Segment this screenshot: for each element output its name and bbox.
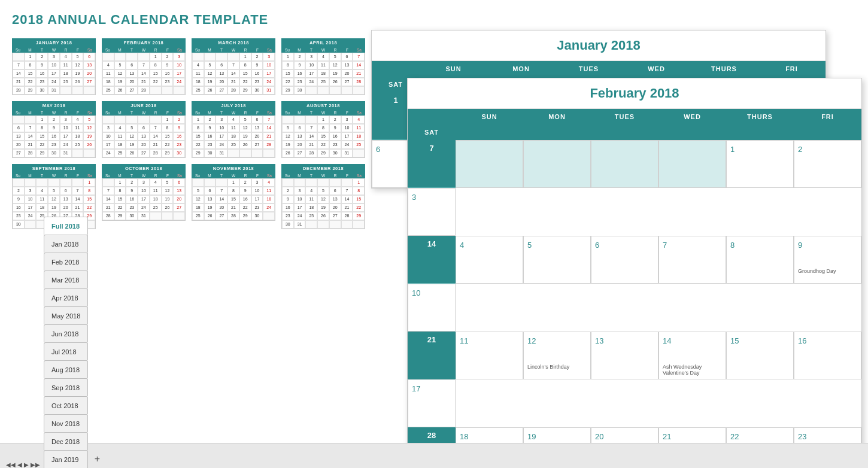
mini-cal-cell — [305, 86, 317, 95]
mini-cal-cell: 3 — [305, 53, 317, 61]
mini-cal-cell — [13, 178, 25, 187]
mini-cal-cell: 13 — [126, 69, 138, 78]
mini-cal-cell: 5 — [239, 116, 251, 124]
mini-cal-cell: 18 — [36, 203, 48, 212]
mini-cal-cell — [150, 86, 162, 95]
mini-cal-cell: 19 — [204, 203, 216, 212]
feb-day-3: 3 — [408, 188, 456, 236]
mini-cal-cell — [341, 220, 353, 229]
mini-cal-cell: 13 — [83, 61, 95, 69]
tab-nav-next-next[interactable]: ▶▶ — [31, 461, 40, 468]
mini-cal-cell — [102, 178, 114, 187]
mini-cal-11: DECEMBER 2018SuMTWRFSa123456789101112131… — [281, 164, 365, 229]
mini-cal-header-4: MAY 2018 — [12, 101, 96, 110]
tab-nav-prev-prev[interactable]: ◀◀ — [6, 461, 16, 468]
mini-cal-cell: 25 — [227, 141, 239, 149]
tab-4[interactable]: Apr 2018 — [44, 288, 88, 306]
mini-cal-cell: 13 — [294, 132, 306, 141]
mini-cal-header-2: MARCH 2018 — [192, 38, 275, 47]
mini-cal-cell: 25 — [192, 212, 204, 220]
tab-8[interactable]: Aug 2018 — [44, 360, 88, 378]
tab-5[interactable]: May 2018 — [44, 306, 88, 324]
page-title: 2018 ANNUAL CALENDAR TEMPLATE — [12, 12, 856, 28]
tab-13[interactable]: Jan 2019 — [44, 450, 88, 468]
mini-cal-cell: 1 — [83, 178, 95, 187]
mini-cal-grid-5: 1234567891011121314151617181920212223242… — [102, 116, 186, 158]
mini-cal-cell: 13 — [204, 195, 216, 203]
mini-cal-cell: 9 — [239, 187, 251, 195]
mini-cal-cell: 10 — [251, 187, 263, 195]
week-num-14: 14 — [408, 236, 456, 284]
tab-11[interactable]: Nov 2018 — [44, 414, 88, 432]
mini-cal-cell: 24 — [102, 149, 114, 157]
mini-cal-cell: 12 — [317, 195, 329, 203]
tab-2[interactable]: Feb 2018 — [44, 253, 88, 271]
mini-cal-cell: 25 — [114, 149, 126, 157]
mini-cal-cell: 9 — [251, 61, 263, 69]
mini-cal-cell: 24 — [173, 78, 185, 86]
mini-cal-cell — [25, 178, 37, 187]
tab-1[interactable]: Jan 2018 — [44, 235, 88, 253]
mini-cal-cell: 20 — [329, 203, 341, 212]
mini-cal-cell: 30 — [126, 212, 138, 220]
mini-cal-cell: 24 — [263, 78, 275, 86]
mini-cal-cell — [114, 116, 126, 124]
mini-cal-cell: 15 — [239, 69, 251, 78]
mini-cal-cell: 13 — [13, 132, 25, 141]
week-num-header — [372, 61, 420, 77]
mini-cal-cell: 7 — [150, 124, 162, 132]
mini-cal-cell: 3 — [102, 124, 114, 132]
mini-cal-cell — [72, 149, 84, 157]
mini-cal-cell: 26 — [329, 78, 341, 86]
feb-day-17: 17 — [408, 379, 456, 427]
mini-cal-cell: 30 — [282, 220, 294, 229]
tab-nav-next[interactable]: ▶ — [24, 461, 29, 468]
mini-cal-cell: 25 — [72, 141, 84, 149]
mini-cal-grid-6: 1234567891011121314151617181920212223242… — [192, 116, 275, 158]
tab-nav-prev[interactable]: ◀ — [17, 461, 22, 468]
mini-cal-cell: 31 — [216, 149, 227, 157]
mini-cal-days-header-1: SuMTWRFSa — [102, 47, 186, 53]
tab-7[interactable]: Jul 2018 — [44, 342, 88, 360]
mini-cal-cell: 8 — [114, 187, 126, 195]
mini-cal-cell: 25 — [60, 78, 72, 86]
mini-cal-cell: 16 — [126, 195, 138, 203]
mini-cal-cell: 24 — [25, 212, 37, 220]
mini-cal-cell: 14 — [216, 195, 227, 203]
mini-cal-cell: 11 — [36, 195, 48, 203]
mini-cal-cell — [83, 86, 95, 95]
mini-cal-cell: 10 — [102, 132, 114, 141]
feb-day-8: 8 — [726, 236, 794, 284]
tab-12[interactable]: Dec 2018 — [44, 432, 88, 450]
mini-cal-0: JANUARY 2018SuMTWRFSa1234567891011121314… — [12, 38, 96, 95]
tab-container: Full 2018Jan 2018Feb 2018Mar 2018Apr 201… — [44, 217, 89, 468]
mini-cal-cell: 27 — [216, 212, 227, 220]
tab-6[interactable]: Jun 2018 — [44, 324, 88, 342]
tab-nav[interactable]: ◀◀ ◀ ▶ ▶▶ — [6, 461, 40, 468]
tab-0[interactable]: Full 2018 — [44, 217, 88, 235]
tab-9[interactable]: Sep 2018 — [44, 378, 88, 396]
mini-cal-cell: 11 — [353, 124, 365, 132]
mini-cal-header-1: FEBRUARY 2018 — [102, 38, 186, 47]
feb-day-15: 15 — [726, 332, 794, 379]
mini-cal-cell: 2 — [48, 116, 60, 124]
mini-cal-cell: 7 — [305, 124, 317, 132]
feb-day-5: 5 — [523, 236, 591, 284]
mini-cal-cell: 5 — [204, 61, 216, 69]
sun-header: SUN — [420, 61, 487, 77]
tab-3[interactable]: Mar 2018 — [44, 271, 88, 288]
tab-10[interactable]: Oct 2018 — [44, 396, 88, 414]
mini-cal-cell: 4 — [102, 61, 114, 69]
mini-cal-cell: 25 — [353, 141, 365, 149]
mini-cal-cell — [192, 178, 204, 187]
mini-cal-cell: 15 — [282, 69, 294, 78]
mini-cal-cell: 21 — [227, 78, 239, 86]
mini-cal-cell: 8 — [150, 61, 162, 69]
mini-cal-cell: 18 — [150, 195, 162, 203]
add-tab-button[interactable]: + — [89, 450, 105, 468]
mini-cal-cell: 12 — [72, 61, 84, 69]
spreadsheet-area: 2018 ANNUAL CALENDAR TEMPLATE JANUARY 20… — [0, 0, 868, 443]
mini-cal-cell — [317, 178, 329, 187]
mini-cal-cell: 7 — [227, 61, 239, 69]
mini-cal-cell: 21 — [341, 203, 353, 212]
